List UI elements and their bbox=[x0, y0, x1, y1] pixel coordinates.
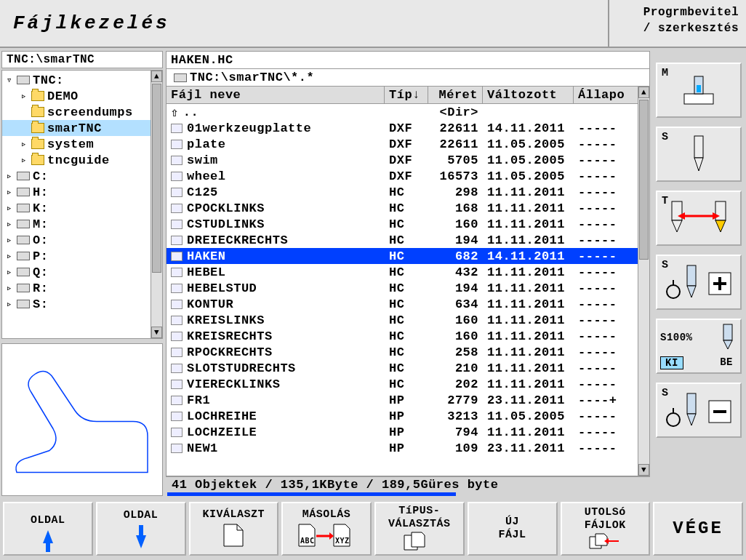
file-row[interactable]: 01werkzeugplatteDXF2261114.11.2011----- bbox=[167, 120, 638, 136]
file-row[interactable]: LOCHREIHEHP321311.05.2005----- bbox=[167, 408, 638, 424]
file-row[interactable]: DREIECKRECHTSHC19411.11.2011----- bbox=[167, 232, 638, 248]
vsoftkey-machine[interactable]: M bbox=[656, 63, 742, 118]
col-header-type[interactable]: Típ↓ bbox=[385, 87, 428, 103]
tree-item[interactable]: screendumps bbox=[2, 104, 162, 120]
softkey[interactable]: UTOLSóFÁJLOK bbox=[561, 502, 651, 556]
file-row[interactable]: C125HC29811.11.2011----- bbox=[167, 184, 638, 200]
tree-item[interactable]: smarTNC bbox=[2, 120, 162, 136]
file-icon bbox=[171, 316, 183, 325]
file-row[interactable]: CSTUDLINKSHC16011.11.2011----- bbox=[167, 216, 638, 232]
minus-icon bbox=[662, 391, 735, 431]
softkey[interactable]: OLDAL bbox=[96, 502, 186, 556]
list-header[interactable]: Fájl neve Típ↓ Méret Változott Állapo bbox=[167, 87, 649, 104]
tree-item[interactable]: ▹P: bbox=[2, 248, 162, 264]
list-scrollbar[interactable]: ▲ ▼ bbox=[638, 87, 649, 476]
softkey[interactable]: OLDAL bbox=[3, 502, 93, 556]
file-row[interactable]: HEBELSTUDHC19411.11.2011----- bbox=[167, 280, 638, 296]
tree-item[interactable]: ▹H: bbox=[2, 184, 162, 200]
tree-item[interactable]: ▹Q: bbox=[2, 264, 162, 280]
file-row[interactable]: CPOCKLINKSHC16811.11.2011----- bbox=[167, 200, 638, 216]
ki-button[interactable]: KI bbox=[660, 356, 683, 369]
toggle-icon[interactable]: ▹ bbox=[20, 90, 28, 102]
svg-marker-20 bbox=[723, 340, 732, 349]
file-row[interactable]: KREISLINKSHC16011.11.2011----- bbox=[167, 312, 638, 328]
softkey[interactable]: KIVÁLASZT bbox=[189, 502, 279, 556]
vsoftkey-spindle[interactable]: S bbox=[656, 127, 742, 182]
file-type: HC bbox=[385, 329, 428, 343]
vsoftkey-plus[interactable]: S bbox=[656, 255, 742, 310]
softkey-label: KIVÁLASZT bbox=[203, 508, 265, 521]
file-row[interactable]: NEW1HP10923.11.2011----- bbox=[167, 440, 638, 456]
softkey[interactable]: MÁSOLÁSABCXYZ bbox=[281, 502, 372, 556]
col-header-size[interactable]: Méret bbox=[428, 87, 483, 103]
file-row[interactable]: VIERECKLINKSHC20211.11.2011----- bbox=[167, 376, 638, 392]
tree-item[interactable]: ▹DEMO bbox=[2, 88, 162, 104]
toggle-icon[interactable]: ▹ bbox=[5, 218, 14, 230]
drive-icon bbox=[17, 76, 30, 84]
file-name: CSTUDLINKS bbox=[187, 217, 265, 231]
vsoftkey-tool[interactable]: T bbox=[656, 191, 742, 246]
file-row[interactable]: KREISRECHTSHC16011.11.2011----- bbox=[167, 328, 638, 344]
scroll-down-icon[interactable]: ▼ bbox=[638, 464, 649, 476]
folder-tree[interactable]: ▿TNC:▹DEMOscreendumpssmarTNC▹system▹tncg… bbox=[1, 70, 163, 339]
vsoftkey-kibe[interactable]: S100%KIBE bbox=[656, 319, 742, 374]
file-stat: ----- bbox=[574, 281, 638, 295]
file-row[interactable]: RPOCKRECHTSHC25811.11.2011----- bbox=[167, 344, 638, 360]
file-row[interactable]: wheelDXF1657311.05.2005----- bbox=[167, 168, 638, 184]
file-icon bbox=[171, 300, 183, 309]
scroll-thumb[interactable] bbox=[639, 100, 649, 260]
file-name: KONTUR bbox=[187, 297, 233, 311]
file-row[interactable]: plateDXF2261111.05.2005----- bbox=[167, 136, 638, 152]
tree-item[interactable]: ▹tncguide bbox=[2, 152, 162, 168]
file-icon bbox=[171, 140, 183, 149]
file-row[interactable]: FR1HP277923.11.2011----+ bbox=[167, 392, 638, 408]
file-row[interactable]: HEBELHC43211.11.2011----- bbox=[167, 264, 638, 280]
tree-item[interactable]: ▹R: bbox=[2, 280, 162, 296]
toggle-icon[interactable]: ▹ bbox=[5, 282, 14, 294]
file-type: HC bbox=[385, 201, 428, 215]
softkey[interactable]: ÚJFÁJL bbox=[468, 502, 558, 556]
toggle-icon[interactable]: ▹ bbox=[5, 170, 14, 182]
softkey[interactable]: VÉGE bbox=[653, 502, 743, 556]
tree-item[interactable]: ▿TNC: bbox=[2, 72, 162, 88]
file-date: 11.11.2011 bbox=[483, 265, 574, 279]
file-row[interactable]: SLOTSTUDRECHTSHC21011.11.2011----- bbox=[167, 360, 638, 376]
file-list[interactable]: Fájl neve Típ↓ Méret Változott Állapo ⇧.… bbox=[166, 87, 650, 476]
file-row[interactable]: ⇧..<Dir> bbox=[167, 104, 638, 120]
file-name: .. bbox=[183, 105, 198, 119]
softkey-label: TíPUS- bbox=[398, 505, 440, 518]
toggle-icon[interactable]: ▹ bbox=[5, 186, 14, 198]
toggle-icon[interactable]: ▹ bbox=[5, 250, 14, 262]
tree-item[interactable]: ▹M: bbox=[2, 216, 162, 232]
toggle-icon[interactable]: ▹ bbox=[5, 266, 14, 278]
file-icon bbox=[171, 284, 183, 293]
toggle-icon[interactable]: ▹ bbox=[20, 154, 28, 166]
vsoftkey-minus[interactable]: S bbox=[656, 383, 742, 438]
file-size: 16573 bbox=[428, 169, 483, 183]
tree-item[interactable]: ▹S: bbox=[2, 296, 162, 312]
col-header-name[interactable]: Fájl neve bbox=[167, 87, 385, 103]
scroll-up-icon[interactable]: ▲ bbox=[151, 71, 162, 82]
be-button[interactable]: BE bbox=[715, 356, 737, 369]
file-size: 682 bbox=[428, 249, 483, 263]
tree-item[interactable]: ▹O: bbox=[2, 232, 162, 248]
toggle-icon[interactable]: ▹ bbox=[5, 298, 14, 310]
toggle-icon[interactable]: ▹ bbox=[5, 202, 14, 214]
toggle-icon[interactable]: ▹ bbox=[5, 234, 14, 246]
tree-label: R: bbox=[33, 281, 48, 295]
softkey[interactable]: TíPUS-VÁLASZTÁS bbox=[374, 502, 465, 556]
scroll-down-icon[interactable]: ▼ bbox=[151, 327, 162, 338]
file-row[interactable]: LOCHZEILEHP79411.11.2011----- bbox=[167, 424, 638, 440]
file-row[interactable]: HAKENHC68214.11.2011----- bbox=[167, 248, 638, 264]
col-header-date[interactable]: Változott bbox=[483, 87, 574, 103]
file-row[interactable]: swimDXF570511.05.2005----- bbox=[167, 152, 638, 168]
toggle-icon[interactable]: ▹ bbox=[20, 138, 28, 150]
tree-item[interactable]: ▹C: bbox=[2, 168, 162, 184]
tree-item[interactable]: ▹system bbox=[2, 136, 162, 152]
scroll-thumb[interactable] bbox=[152, 84, 161, 273]
scroll-up-icon[interactable]: ▲ bbox=[638, 87, 649, 98]
tree-scrollbar[interactable]: ▲ ▼ bbox=[151, 71, 162, 338]
file-row[interactable]: KONTURHC63411.11.2011----- bbox=[167, 296, 638, 312]
toggle-icon[interactable]: ▿ bbox=[5, 74, 14, 86]
tree-item[interactable]: ▹K: bbox=[2, 200, 162, 216]
